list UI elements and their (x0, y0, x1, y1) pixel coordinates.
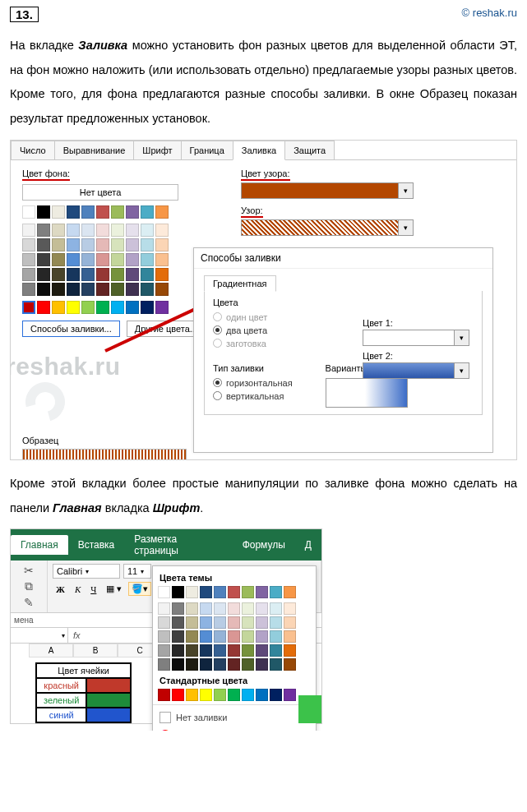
no-color-button[interactable]: Нет цвета (22, 184, 178, 201)
underline-button[interactable]: Ч (87, 583, 99, 596)
ribbon-tab-insert[interactable]: Вставка (68, 535, 125, 555)
tab-font[interactable]: Шрифт (133, 141, 181, 159)
pattern-color-combo[interactable]: ▾ (241, 182, 414, 199)
chevron-down-icon[interactable]: ▾ (399, 219, 414, 236)
col-hdr-b[interactable]: B (73, 644, 118, 657)
color2-combo[interactable]: ▾ (363, 362, 469, 379)
border-button[interactable]: ▦ ▾ (103, 582, 125, 596)
dialog-tabs: Число Выравнивание Шрифт Граница Заливка… (11, 141, 516, 160)
color2-label: Цвет 2: (363, 351, 469, 361)
pattern-color-label: Цвет узора: (241, 168, 290, 181)
example-table: Цвет ячейки красный зеленый синий (35, 662, 132, 723)
table-header: Цвет ячейки (36, 663, 131, 678)
italic-button[interactable]: К (72, 583, 84, 596)
tab-alignment[interactable]: Выравнивание (54, 141, 135, 159)
copy-icon[interactable]: ⧉ (25, 579, 33, 593)
color-wheel-icon (159, 730, 171, 731)
question-number: 13. (10, 7, 39, 22)
pattern-combo[interactable]: ▾ (241, 219, 414, 236)
row-blue-label: синий (36, 708, 86, 722)
theme-colors-label: Цвета темы (159, 573, 311, 583)
variants-preview[interactable] (326, 378, 408, 408)
ribbon-tab-next[interactable]: Д (295, 535, 321, 555)
chevron-down-icon[interactable]: ▾ (455, 330, 469, 346)
sample-preview (22, 449, 187, 460)
chevron-down-icon[interactable]: ▾ (455, 362, 469, 379)
font-size-combo[interactable]: 11▾ (123, 564, 151, 579)
dlg2-title: Способы заливки (194, 248, 492, 269)
ribbon-tab-home[interactable]: Главная (11, 535, 68, 555)
fill-type-label: Тип заливки (213, 363, 293, 373)
bg-color-label: Цвет фона: (22, 168, 70, 181)
fx-icon[interactable]: fx (68, 630, 86, 640)
radio-horizontal[interactable]: горизонтальная (213, 378, 293, 388)
tab-protection[interactable]: Защита (284, 141, 335, 159)
row-red-label: красный (36, 678, 86, 693)
col-hdr-a[interactable]: A (29, 644, 73, 657)
standard-colors-row[interactable] (158, 689, 311, 701)
excel-ribbon: Главная Вставка Разметка страницы Формул… (10, 528, 322, 724)
color1-combo[interactable]: ▾ (363, 330, 469, 346)
tab-gradient[interactable]: Градиентная (204, 275, 276, 292)
row-green-label: зеленый (36, 693, 86, 708)
fill-ways-dialog: Способы заливки Градиентная Цвета один ц… (193, 247, 493, 453)
tab-border[interactable]: Граница (181, 141, 233, 159)
color-palette[interactable] (22, 205, 187, 314)
fill-color-button[interactable]: 🪣▾ (128, 582, 151, 596)
no-fill-item[interactable]: Нет заливки (158, 708, 311, 727)
radio-vertical[interactable]: вертикальная (213, 391, 293, 401)
green-decor (298, 695, 321, 723)
cut-icon[interactable]: ✂ (24, 564, 34, 577)
row-green-swatch (86, 693, 131, 708)
name-box[interactable]: ▾ (11, 628, 68, 643)
chevron-down-icon: ▾ (86, 568, 89, 575)
theme-colors-grid[interactable] (158, 586, 311, 671)
row-red-swatch (86, 678, 131, 693)
paragraph-1: На вкладке Заливка можно установить фон … (10, 34, 517, 131)
chevron-down-icon: ▾ (141, 568, 144, 575)
p1-pre: На вкладке (10, 39, 78, 52)
chevron-down-icon[interactable]: ▾ (399, 182, 414, 199)
row-blue-swatch (86, 708, 131, 722)
group-colors-label: Цвета (213, 298, 474, 307)
color1-label: Цвет 1: (363, 318, 469, 328)
font-name-combo[interactable]: Calibri▾ (53, 564, 120, 579)
standard-colors-label: Стандартные цвета (159, 676, 311, 685)
ribbon-tab-formulas[interactable]: Формулы (233, 535, 295, 555)
pattern-label: Узор: (241, 205, 263, 218)
more-colors-item[interactable]: Другие цвета... (158, 727, 311, 731)
ribbon-tab-layout[interactable]: Разметка страницы (124, 529, 232, 561)
site-link[interactable]: © reshak.ru (462, 7, 517, 19)
p1-bold: Заливка (78, 39, 127, 52)
paint-icon[interactable]: ✎ (24, 596, 34, 609)
fill-color-menu: Цвета темы Стандартные цвета Нет заливки… (152, 565, 317, 731)
bold-button[interactable]: Ж (53, 583, 68, 596)
format-cells-dialog: Число Выравнивание Шрифт Граница Заливка… (10, 140, 517, 460)
paragraph-2: Кроме этой вкладки более простые манипул… (10, 472, 517, 520)
tab-number[interactable]: Число (11, 141, 55, 159)
tab-fill[interactable]: Заливка (233, 141, 285, 160)
fill-ways-button[interactable]: Способы заливки... (22, 321, 120, 337)
